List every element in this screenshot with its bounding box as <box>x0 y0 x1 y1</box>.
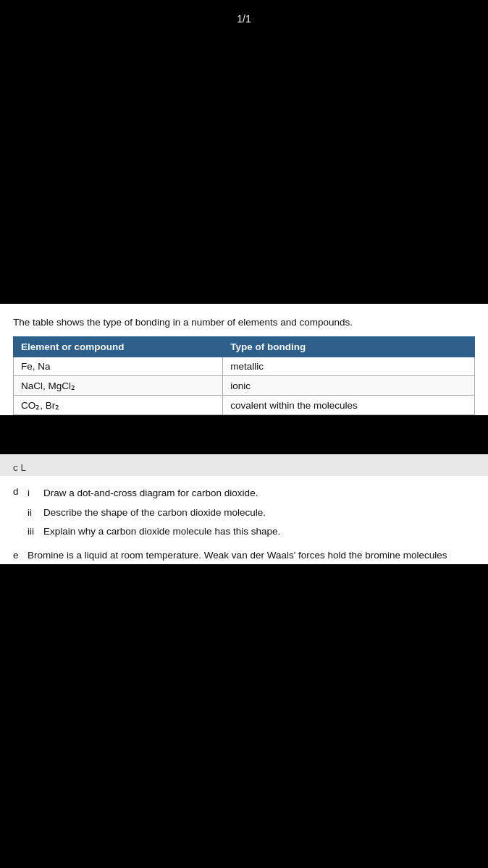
question-d-i: i Draw a dot-and-cross diagram for carbo… <box>28 486 475 501</box>
intro-text: The table shows the type of bonding in a… <box>13 317 475 328</box>
table-row: Fe, Nametallic <box>14 357 475 376</box>
question-d: d i Draw a dot-and-cross diagram for car… <box>13 486 475 544</box>
d-sub-questions: i Draw a dot-and-cross diagram for carbo… <box>28 486 475 544</box>
black-bottom-area <box>0 564 488 868</box>
col1-header: Element or compound <box>14 337 223 357</box>
bonding-cell: ionic <box>223 376 475 396</box>
d-ii-label: ii <box>28 506 43 520</box>
table-row: NaCl, MgCl₂ionic <box>14 376 475 396</box>
d-i-label: i <box>28 486 43 501</box>
col2-header: Type of bonding <box>223 337 475 357</box>
question-d-ii: ii Describe the shape of the carbon diox… <box>28 506 475 520</box>
content-area: The table shows the type of bonding in a… <box>0 304 488 415</box>
page-counter: 1/1 <box>237 13 251 25</box>
bonding-cell: metallic <box>223 357 475 376</box>
question-d-iii: iii Explain why a carbon dioxide molecul… <box>28 524 475 539</box>
d-ii-text: Describe the shape of the carbon dioxide… <box>43 506 475 520</box>
table-row: CO₂, Br₂covalent within the molecules <box>14 396 475 415</box>
c-label: c L <box>13 462 26 473</box>
bonding-table: Element or compound Type of bonding Fe, … <box>13 336 475 415</box>
compound-cell: CO₂, Br₂ <box>14 396 223 415</box>
d-iii-text: Explain why a carbon dioxide molecule ha… <box>43 524 475 539</box>
compound-cell: Fe, Na <box>14 357 223 376</box>
compound-cell: NaCl, MgCl₂ <box>14 376 223 396</box>
d-iii-label: iii <box>28 524 43 539</box>
d-label: d <box>13 486 28 544</box>
d-i-text: Draw a dot-and-cross diagram for carbon … <box>43 486 475 501</box>
bonding-cell: covalent within the molecules <box>223 396 475 415</box>
table-header-row: Element or compound Type of bonding <box>14 337 475 357</box>
